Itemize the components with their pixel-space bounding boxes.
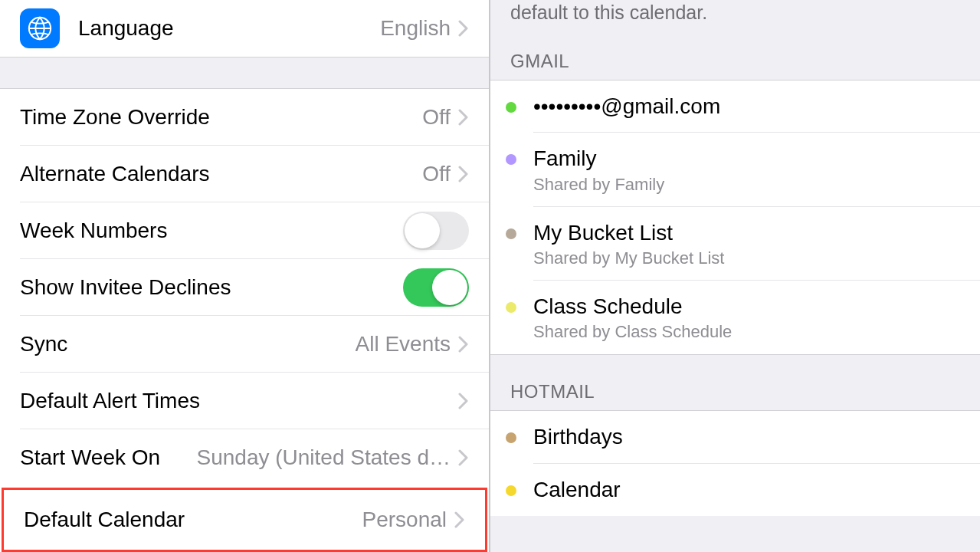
- start-week-on-label: Start Week On: [20, 445, 160, 470]
- calendar-option-gmail[interactable]: •••••••••@gmail.com: [490, 80, 980, 133]
- intro-text: default to this calendar.: [490, 0, 980, 41]
- show-invitee-declines-label: Show Invitee Declines: [20, 275, 231, 300]
- calendar-title: My Bucket List: [533, 219, 724, 247]
- chevron-right-icon: [454, 511, 465, 528]
- calendar-subtitle: Shared by My Bucket List: [533, 248, 724, 268]
- time-zone-override-value: Off: [422, 105, 451, 130]
- time-zone-override-label: Time Zone Override: [20, 105, 210, 130]
- chevron-right-icon: [458, 109, 469, 126]
- start-week-on-row[interactable]: Start Week On Sunday (United States d…: [0, 429, 489, 486]
- calendar-subtitle: Shared by Family: [533, 175, 664, 195]
- calendar-title: Calendar: [533, 476, 621, 504]
- show-invitee-declines-row: Show Invitee Declines: [0, 259, 489, 316]
- chevron-right-icon: [458, 20, 469, 37]
- default-calendar-row[interactable]: Default Calendar Personal: [4, 490, 485, 550]
- chevron-right-icon: [458, 336, 469, 353]
- alternate-calendars-label: Alternate Calendars: [20, 162, 209, 186]
- time-zone-override-row[interactable]: Time Zone Override Off: [0, 89, 489, 146]
- gmail-section-header: GMAIL: [490, 41, 980, 80]
- calendar-option-bucket-list[interactable]: My Bucket List Shared by My Bucket List: [490, 207, 980, 281]
- calendar-color-dot: [506, 228, 516, 239]
- alternate-calendars-row[interactable]: Alternate Calendars Off: [0, 146, 489, 202]
- calendar-color-dot: [506, 432, 516, 443]
- settings-left-panel: Language English Time Zone Override Off …: [0, 0, 490, 552]
- calendar-color-dot: [506, 102, 516, 113]
- sync-label: Sync: [20, 332, 67, 356]
- default-calendar-value: Personal: [362, 508, 447, 532]
- calendar-title: Birthdays: [533, 423, 623, 451]
- default-alert-times-row[interactable]: Default Alert Times: [0, 373, 489, 429]
- start-week-on-value: Sunday (United States d…: [171, 445, 451, 470]
- calendar-title: Family: [533, 145, 664, 172]
- sync-value: All Events: [356, 332, 451, 356]
- calendar-color-dot: [506, 302, 516, 313]
- calendar-color-dot: [506, 154, 516, 165]
- language-value: English: [380, 16, 451, 41]
- calendar-option-class-schedule[interactable]: Class Schedule Shared by Class Schedule: [490, 281, 980, 355]
- week-numbers-row: Week Numbers: [0, 202, 489, 259]
- chevron-right-icon: [458, 166, 469, 182]
- default-alert-times-label: Default Alert Times: [20, 389, 200, 413]
- calendar-color-dot: [506, 485, 516, 496]
- calendar-option-birthdays[interactable]: Birthdays: [490, 410, 980, 463]
- default-calendar-highlight: Default Calendar Personal: [2, 488, 487, 552]
- calendar-option-family[interactable]: Family Shared by Family: [490, 133, 980, 206]
- chevron-right-icon: [458, 449, 469, 466]
- default-calendar-detail-panel: default to this calendar. GMAIL ••••••••…: [490, 0, 980, 552]
- sync-row[interactable]: Sync All Events: [0, 316, 489, 373]
- calendar-option-calendar[interactable]: Calendar: [490, 464, 980, 516]
- calendar-title: Class Schedule: [533, 293, 732, 320]
- calendar-subtitle: Shared by Class Schedule: [533, 322, 732, 342]
- calendar-title: •••••••••@gmail.com: [533, 93, 720, 120]
- default-calendar-label: Default Calendar: [24, 508, 185, 532]
- show-invitee-declines-toggle[interactable]: [403, 268, 469, 307]
- language-row[interactable]: Language English: [0, 0, 489, 57]
- section-gap: [0, 57, 489, 89]
- hotmail-section-header: HOTMAIL: [490, 355, 980, 410]
- chevron-right-icon: [458, 393, 469, 409]
- week-numbers-toggle[interactable]: [403, 212, 469, 250]
- alternate-calendars-value: Off: [422, 162, 451, 186]
- week-numbers-label: Week Numbers: [20, 219, 167, 243]
- globe-icon: [20, 8, 60, 48]
- language-label: Language: [78, 16, 174, 41]
